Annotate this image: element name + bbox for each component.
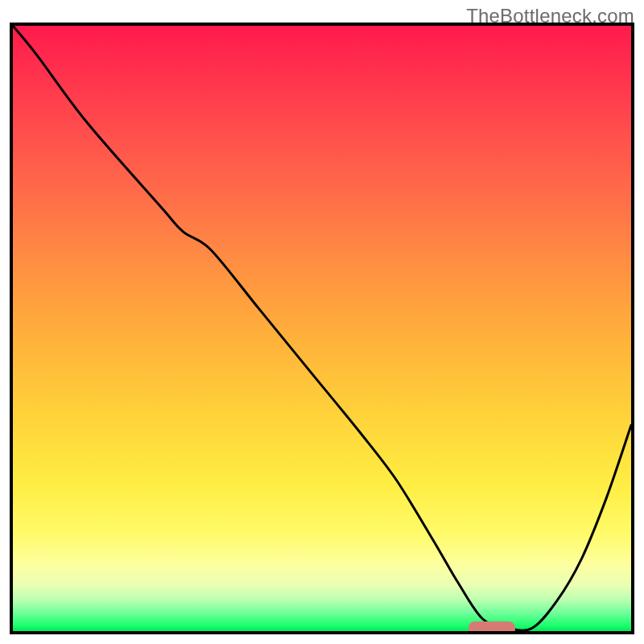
chart-frame: TheBottleneck.com [0, 0, 644, 644]
watermark-text: TheBottleneck.com [466, 5, 634, 27]
plot-area [10, 23, 634, 634]
line-curve-svg [13, 26, 631, 631]
bottleneck-curve-path [13, 26, 631, 630]
optimal-range-marker [469, 621, 515, 634]
